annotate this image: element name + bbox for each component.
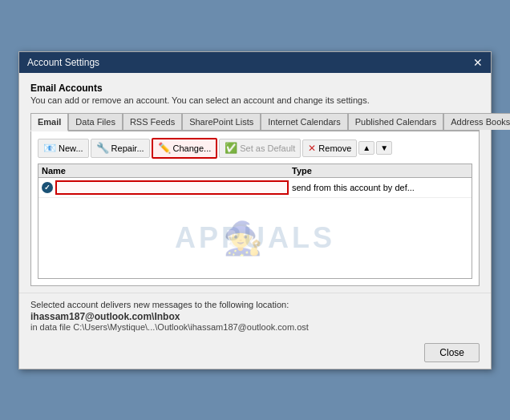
watermark-icon: 🧙 bbox=[223, 219, 263, 256]
tab-sharepoint-lists[interactable]: SharePoint Lists bbox=[182, 113, 261, 130]
section-title: Email Accounts bbox=[30, 83, 480, 94]
account-type-cell: send from this account by def... bbox=[292, 183, 468, 192]
tab-address-books[interactable]: Address Books bbox=[443, 113, 510, 130]
account-name-cell: ✓ bbox=[42, 180, 292, 195]
set-default-button[interactable]: ✅ Set as Default bbox=[219, 139, 301, 158]
accounts-table: Name Type ✓ send from this account by de… bbox=[38, 164, 472, 279]
footer-path: in data file C:\Users\Mystique\...\Outlo… bbox=[30, 322, 309, 332]
dialog-footer: Close bbox=[19, 338, 491, 369]
tab-content: 📧 New... 🔧 Repair... ✏️ Change... ✅ Set … bbox=[30, 131, 480, 286]
repair-button[interactable]: 🔧 Repair... bbox=[91, 139, 150, 158]
col-header-type: Type bbox=[292, 166, 468, 176]
account-name-box bbox=[55, 180, 289, 195]
tab-rss-feeds[interactable]: RSS Feeds bbox=[123, 113, 182, 130]
footer-description: Selected account delivers new messages t… bbox=[30, 300, 289, 309]
tab-data-files[interactable]: Data Files bbox=[68, 113, 123, 130]
tab-internet-calendars[interactable]: Internet Calendars bbox=[261, 113, 348, 130]
change-label: Change... bbox=[173, 143, 212, 153]
footer-account: ihassam187@outlook.com\Inbox bbox=[30, 311, 480, 322]
dialog-close-button[interactable]: ✕ bbox=[473, 57, 483, 68]
remove-label: Remove bbox=[318, 143, 351, 153]
dialog-title: Account Settings bbox=[27, 57, 99, 68]
new-icon: 📧 bbox=[43, 142, 56, 155]
repair-label: Repair... bbox=[111, 143, 144, 153]
section-description: You can add or remove an account. You ca… bbox=[30, 95, 480, 105]
watermark-area: 🧙 APPUALS bbox=[38, 198, 472, 278]
change-icon: ✏️ bbox=[158, 142, 171, 155]
title-bar: Account Settings ✕ bbox=[19, 52, 491, 73]
change-button[interactable]: ✏️ Change... bbox=[152, 138, 218, 159]
default-account-icon: ✓ bbox=[42, 182, 53, 193]
account-settings-dialog: Account Settings ✕ Email Accounts You ca… bbox=[18, 51, 492, 370]
tab-published-calendars[interactable]: Published Calendars bbox=[348, 113, 444, 130]
close-button[interactable]: Close bbox=[424, 343, 480, 362]
set-default-icon: ✅ bbox=[225, 142, 237, 155]
tab-email[interactable]: Email bbox=[30, 113, 68, 131]
table-row[interactable]: ✓ send from this account by def... bbox=[38, 178, 472, 198]
remove-icon: ✕ bbox=[308, 143, 316, 154]
move-up-button[interactable]: ▲ bbox=[358, 141, 374, 155]
set-default-label: Set as Default bbox=[240, 143, 295, 153]
move-down-button[interactable]: ▼ bbox=[376, 141, 392, 155]
toolbar: 📧 New... 🔧 Repair... ✏️ Change... ✅ Set … bbox=[38, 138, 472, 159]
col-header-name: Name bbox=[42, 166, 292, 176]
new-button[interactable]: 📧 New... bbox=[38, 139, 89, 158]
dialog-body: Email Accounts You can add or remove an … bbox=[19, 73, 491, 293]
footer-info: Selected account delivers new messages t… bbox=[19, 293, 491, 338]
new-label: New... bbox=[59, 143, 83, 153]
remove-button[interactable]: ✕ Remove bbox=[302, 139, 357, 157]
table-header: Name Type bbox=[38, 164, 472, 178]
repair-icon: 🔧 bbox=[96, 142, 109, 155]
tabs-row: Email Data Files RSS Feeds SharePoint Li… bbox=[30, 113, 480, 131]
